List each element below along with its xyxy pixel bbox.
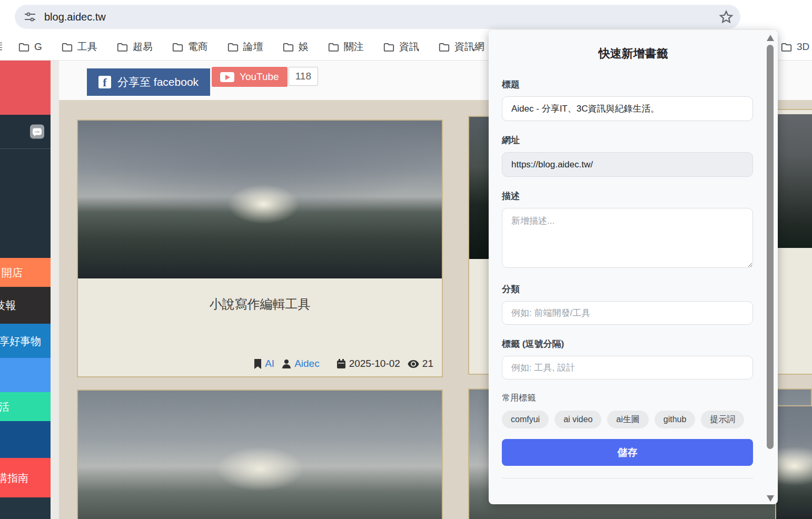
bookmark-folder-entertainment[interactable]: 娛: [283, 40, 309, 54]
sidebar-label: 享好事物: [0, 334, 41, 348]
url-text[interactable]: blog.aidec.tw: [44, 11, 106, 23]
calendar-icon: [336, 359, 346, 368]
eye-icon: [408, 360, 419, 368]
tag-pill-ai-video[interactable]: ai video: [554, 411, 601, 428]
url-field-label: 網址: [502, 134, 765, 146]
tags-field-label: 標籤 (逗號分隔): [502, 338, 765, 350]
article-meta: AI Aidec 2025-10-02 21: [254, 358, 433, 370]
facebook-share-label: 分享至 facebook: [117, 75, 199, 89]
category-input[interactable]: [502, 301, 753, 325]
sidebar-item-good-things[interactable]: 享好事物: [0, 324, 51, 358]
left-sidebar: LINE 開店 技報 享好事物 活 購指南: [0, 61, 51, 519]
folder-icon: [328, 42, 339, 52]
bookmark-folder-follow[interactable]: 關注: [328, 40, 364, 54]
common-tags-label: 常用標籤: [502, 393, 765, 404]
sidebar-item-shop[interactable]: 開店: [0, 258, 51, 287]
youtube-play-icon: [220, 72, 234, 82]
folder-icon: [227, 42, 239, 52]
site-info-icon[interactable]: [23, 10, 37, 24]
youtube-label: YouTube: [240, 71, 279, 83]
browser-toolbar: blog.aidec.tw URL SAVER: [0, 0, 812, 33]
folder-icon: [383, 42, 394, 52]
tag-pill-github[interactable]: github: [655, 411, 696, 428]
article-date: 2025-10-02: [349, 358, 400, 370]
sidebar-label: 購指南: [0, 471, 28, 485]
folder-icon: [62, 42, 73, 52]
article-card[interactable]: 小說寫作編輯工具 AI Aidec 2025-10-02 21: [77, 119, 443, 377]
sidebar-item-tech-report[interactable]: 技報: [0, 287, 51, 324]
person-icon: [282, 359, 291, 368]
sidebar-block-line[interactable]: LINE: [0, 115, 51, 149]
folder-icon: [18, 42, 29, 52]
save-button[interactable]: 儲存: [502, 439, 753, 466]
article-image-right-2: [776, 406, 812, 519]
folder-icon: [117, 42, 128, 52]
youtube-subscriber-count: 118: [289, 67, 318, 86]
description-field-label: 描述: [502, 190, 765, 202]
folder-icon: [172, 42, 183, 52]
author-link[interactable]: Aidec: [294, 358, 320, 370]
facebook-share-button[interactable]: f 分享至 facebook: [87, 68, 210, 96]
address-bar[interactable]: blog.aidec.tw: [15, 5, 740, 29]
description-textarea[interactable]: [502, 208, 753, 268]
bookmark-folders: G 工具 超易 電商 論壇 娛 關注 資訊: [18, 33, 520, 61]
bookmark-folder-tools[interactable]: 工具: [62, 40, 97, 54]
author-meta: Aidec: [282, 358, 320, 370]
sidebar-item-life[interactable]: 活: [0, 392, 51, 421]
views-meta: 21: [408, 358, 433, 370]
folder-icon: [283, 42, 294, 52]
scrollbar-up-arrow[interactable]: [767, 35, 774, 41]
bookmark-folder-info-net[interactable]: 資訊網: [439, 40, 484, 54]
bookmark-folder-chaoyi[interactable]: 超易: [117, 40, 153, 54]
quick-bookmark-popup: 快速新增書籤 標題 網址 描述 分類 標籤 (逗號分隔) 常用標籤 comfyu…: [489, 30, 778, 504]
facebook-icon: f: [98, 76, 111, 88]
category-meta: AI: [254, 358, 274, 370]
sidebar-block-navy[interactable]: [0, 421, 51, 458]
bookmark-icon: [254, 359, 262, 369]
tags-input[interactable]: [502, 356, 753, 380]
sidebar-label: 活: [0, 400, 9, 414]
sidebar-block-dark[interactable]: [0, 149, 51, 258]
clipped-bookmark-label[interactable]: 目: [0, 40, 2, 54]
popup-footer-divider: [502, 478, 753, 478]
bookmark-folder-ecommerce[interactable]: 電商: [172, 40, 208, 54]
sidebar-label: 開店: [2, 265, 23, 280]
category-field-label: 分類: [502, 283, 765, 295]
sidebar-block-red[interactable]: [0, 61, 51, 115]
common-tags: comfyui ai video ai生圖 github 提示詞: [502, 411, 753, 428]
youtube-subscribe: YouTube 118: [212, 67, 318, 87]
sidebar-block-slate[interactable]: [0, 497, 51, 519]
article-card-right[interactable]: -28: [775, 109, 812, 375]
tag-pill-prompt[interactable]: 提示詞: [701, 411, 744, 428]
youtube-subscribe-button[interactable]: YouTube: [212, 67, 288, 87]
tag-pill-ai-image[interactable]: ai生圖: [607, 411, 648, 428]
scrollbar-down-arrow[interactable]: [767, 495, 774, 502]
popup-scrollbar[interactable]: [766, 30, 775, 504]
sidebar-block-blue[interactable]: [0, 358, 51, 392]
scrollbar-thumb[interactable]: [767, 45, 774, 449]
popup-title: 快速新增書籤: [502, 46, 765, 62]
article-card-right-2[interactable]: [775, 405, 812, 519]
sidebar-item-shopping-guide[interactable]: 購指南: [0, 458, 51, 497]
article-views: 21: [422, 358, 433, 370]
title-input[interactable]: [502, 96, 753, 121]
bookmark-folder-g[interactable]: G: [18, 41, 42, 53]
folder-icon: [781, 42, 792, 52]
sidebar-label: 技報: [0, 298, 16, 313]
bookmark-folder-forum[interactable]: 論壇: [227, 40, 263, 54]
article-image-right: [776, 114, 812, 248]
bookmark-star-icon[interactable]: [718, 9, 734, 25]
title-field-label: 標題: [502, 78, 765, 91]
folder-icon: [439, 42, 450, 52]
bookmark-folder-info[interactable]: 資訊: [383, 40, 419, 54]
url-input[interactable]: [502, 152, 753, 177]
tag-pill-comfyui[interactable]: comfyui: [502, 411, 549, 428]
category-link[interactable]: AI: [265, 358, 274, 370]
article-image: [78, 121, 442, 278]
date-meta: 2025-10-02: [336, 358, 400, 370]
article-image-2: [78, 391, 442, 519]
line-icon[interactable]: LINE: [30, 125, 44, 139]
article-card-2[interactable]: [77, 390, 443, 519]
bookmark-folder-3d[interactable]: 3D: [781, 33, 809, 61]
article-title[interactable]: 小說寫作編輯工具: [78, 296, 442, 313]
